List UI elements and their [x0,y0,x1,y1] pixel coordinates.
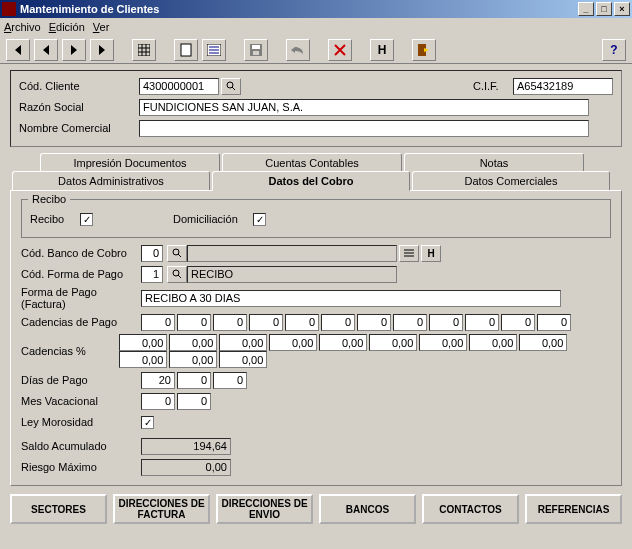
nav-first-button[interactable] [6,39,30,61]
svg-line-15 [232,87,235,90]
tab-administrativos[interactable]: Datos Administrativos [12,171,210,190]
cadencia-input-9[interactable] [465,314,499,331]
cadencia-pct-input-8[interactable] [519,334,567,351]
formapago-search-button[interactable] [167,266,187,283]
grid-button[interactable] [132,39,156,61]
svg-rect-0 [138,44,150,56]
history-button[interactable]: H [370,39,394,61]
recibo-label: Recibo [30,213,80,225]
cadencia-pct-input-3[interactable] [269,334,317,351]
dias-label: Días de Pago [21,374,141,386]
cadencia-pct-input-9[interactable] [119,351,167,368]
banco-list-button[interactable] [399,245,419,262]
banco-search-button[interactable] [167,245,187,262]
riesgo-label: Riesgo Máximo [21,461,141,473]
tab-pane-cobro: Recibo Recibo ✓ Domiciliación ✓ Cód. Ban… [10,190,622,486]
direcciones-envio-button[interactable]: DIRECCIONES DE ENVIO [216,494,313,524]
svg-rect-11 [252,45,260,49]
tab-impresion[interactable]: Impresión Documentos [40,153,220,172]
cod-cliente-label: Cód. Cliente [19,80,139,92]
cif-input[interactable] [513,78,613,95]
menu-edicion[interactable]: Edición [49,21,85,33]
minimize-button[interactable]: _ [578,2,594,16]
cadencia-pct-input-11[interactable] [219,351,267,368]
cadencia-pct-input-7[interactable] [469,334,517,351]
new-button[interactable] [174,39,198,61]
banco-history-button[interactable]: H [421,245,441,262]
cif-label: C.I.F. [473,80,513,92]
mes-label: Mes Vacacional [21,395,141,407]
tab-comerciales[interactable]: Datos Comerciales [412,171,610,190]
cadencia-input-7[interactable] [393,314,427,331]
footer-buttons: SECTORES DIRECCIONES DE FACTURA DIRECCIO… [0,490,632,528]
mes-input-0[interactable] [141,393,175,410]
ley-label: Ley Morosidad [21,416,141,428]
cadencia-input-3[interactable] [249,314,283,331]
cod-cliente-search-button[interactable] [221,78,241,95]
cadencia-input-4[interactable] [285,314,319,331]
svg-line-22 [178,275,181,278]
domic-checkbox[interactable]: ✓ [253,213,266,226]
tab-cuentas[interactable]: Cuentas Contables [222,153,402,172]
dias-input-2[interactable] [213,372,247,389]
cadencia-pct-input-4[interactable] [319,334,367,351]
nav-next-button[interactable] [62,39,86,61]
form-button[interactable] [202,39,226,61]
nombre-input[interactable] [139,120,589,137]
formapago-fact-input[interactable] [141,290,561,307]
help-button[interactable]: ? [602,39,626,61]
cadencia-input-2[interactable] [213,314,247,331]
header-panel: Cód. Cliente C.I.F. Razón Social Nombre … [10,70,622,147]
banco-input[interactable] [141,245,163,262]
menu-ver[interactable]: Ver [93,21,110,33]
cadencia-pct-input-5[interactable] [369,334,417,351]
maximize-button[interactable]: □ [596,2,612,16]
menubar: AArchivorchivo Edición Ver [0,18,632,36]
cadencias-label: Cadencias de Pago [21,316,141,328]
sectores-button[interactable]: SECTORES [10,494,107,524]
nav-prev-button[interactable] [34,39,58,61]
recibo-groupbox: Recibo Recibo ✓ Domiciliación ✓ [21,199,611,238]
cadencia-input-10[interactable] [501,314,535,331]
cadencia-input-5[interactable] [321,314,355,331]
menu-archivo[interactable]: AArchivorchivo [4,21,41,33]
dias-input-0[interactable] [141,372,175,389]
svg-rect-12 [253,51,259,55]
cadencia-input-0[interactable] [141,314,175,331]
domic-label: Domiciliación [173,213,253,225]
cadencia-input-6[interactable] [357,314,391,331]
tab-cobro[interactable]: Datos del Cobro [212,171,410,191]
cadencia-pct-input-2[interactable] [219,334,267,351]
svg-line-17 [178,254,181,257]
dias-input-1[interactable] [177,372,211,389]
formapago-desc: RECIBO [187,266,397,283]
save-button[interactable] [244,39,268,61]
ley-checkbox[interactable]: ✓ [141,416,154,429]
cadencia-pct-input-6[interactable] [419,334,467,351]
bancos-button[interactable]: BANCOS [319,494,416,524]
tab-notas[interactable]: Notas [404,153,584,172]
cadencia-input-1[interactable] [177,314,211,331]
razon-input[interactable] [139,99,589,116]
riesgo-value: 0,00 [141,459,231,476]
undo-button[interactable] [286,39,310,61]
mes-input-1[interactable] [177,393,211,410]
cadencia-pct-input-10[interactable] [169,351,217,368]
recibo-checkbox[interactable]: ✓ [80,213,93,226]
close-button[interactable]: × [614,2,630,16]
formapago-cod-input[interactable] [141,266,163,283]
banco-label: Cód. Banco de Cobro [21,247,141,259]
cadencia-input-11[interactable] [537,314,571,331]
cadencia-pct-input-1[interactable] [169,334,217,351]
direcciones-factura-button[interactable]: DIRECCIONES DE FACTURA [113,494,210,524]
formapago-fact-label: Forma de Pago (Factura) [21,286,141,310]
referencias-button[interactable]: REFERENCIAS [525,494,622,524]
nav-last-button[interactable] [90,39,114,61]
cod-cliente-input[interactable] [139,78,219,95]
exit-button[interactable] [412,39,436,61]
contactos-button[interactable]: CONTACTOS [422,494,519,524]
delete-button[interactable] [328,39,352,61]
cadencia-input-8[interactable] [429,314,463,331]
cadencia-pct-input-0[interactable] [119,334,167,351]
svg-rect-5 [181,44,191,56]
